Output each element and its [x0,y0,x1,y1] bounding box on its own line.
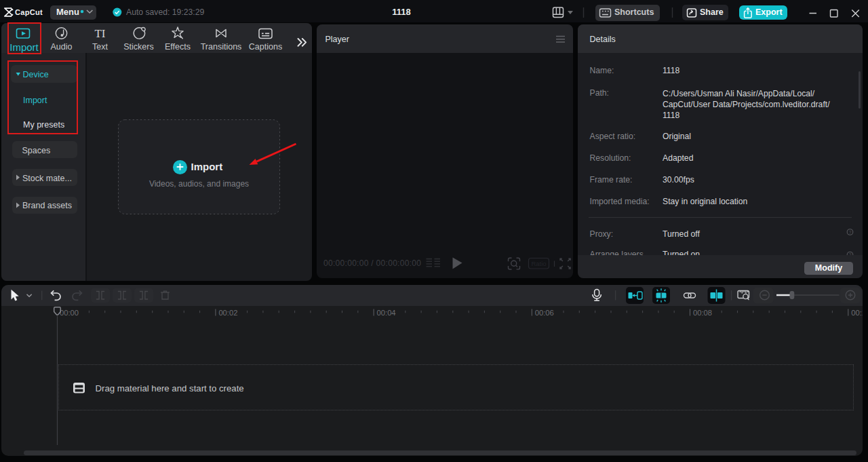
svg-text:00:00: 00:00 [60,309,79,317]
svg-text:00:10: 00:10 [851,309,863,317]
svg-text:00:06: 00:06 [535,309,554,317]
svg-text:00:04: 00:04 [377,309,396,317]
svg-text:?: ? [849,230,852,235]
svg-text:00:02: 00:02 [218,309,237,317]
svg-text:Ratio: Ratio [531,260,546,267]
svg-text:00:08: 00:08 [693,309,712,317]
svg-text:TI: TI [94,27,105,40]
